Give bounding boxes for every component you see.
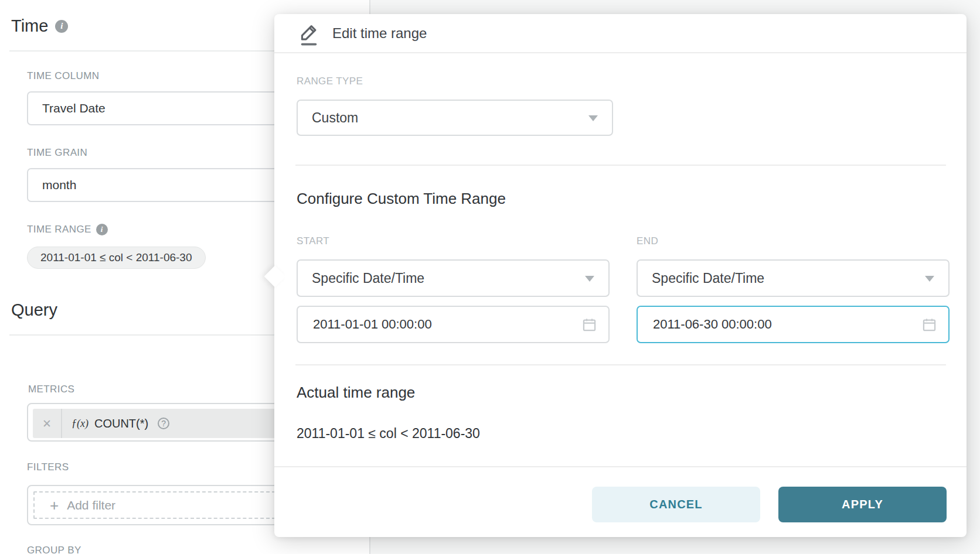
start-mode-value: Specific Date/Time — [312, 271, 424, 286]
chevron-down-icon — [588, 115, 598, 121]
end-label: END — [637, 235, 658, 247]
close-icon[interactable]: ✕ — [33, 409, 62, 438]
query-section-title-text: Query — [11, 300, 57, 320]
explore-page: Time i TIME COLUMN Travel Date TIME GRAI… — [0, 0, 980, 554]
divider — [295, 364, 946, 365]
group-by-label: GROUP BY — [27, 545, 81, 554]
chevron-down-icon — [585, 276, 594, 282]
start-mode-select[interactable]: Specific Date/Time — [297, 259, 610, 297]
add-filter-text: Add filter — [67, 498, 115, 512]
configure-custom-title: Configure Custom Time Range — [297, 190, 506, 208]
metrics-label: METRICS — [28, 384, 74, 395]
metric-chip-label: COUNT(*) — [94, 417, 148, 430]
time-section-title: Time i — [11, 16, 68, 36]
actual-time-range-title: Actual time range — [297, 384, 415, 402]
divider — [274, 466, 967, 467]
time-section-title-text: Time — [11, 16, 48, 36]
start-datetime-input[interactable] — [297, 306, 610, 343]
time-range-label-text: TIME RANGE — [27, 224, 91, 235]
time-range-pill-text: 2011-01-01 ≤ col < 2011-06-30 — [40, 251, 192, 264]
divider — [295, 165, 946, 166]
filters-label: FILTERS — [27, 461, 69, 473]
cancel-button[interactable]: CANCEL — [592, 487, 760, 522]
end-mode-select[interactable]: Specific Date/Time — [637, 259, 950, 297]
range-type-value: Custom — [312, 110, 358, 126]
calendar-icon[interactable] — [921, 317, 955, 335]
question-icon[interactable]: ? — [158, 418, 169, 429]
end-datetime-input[interactable] — [637, 306, 950, 343]
time-range-pill[interactable]: 2011-01-01 ≤ col < 2011-06-30 — [27, 247, 206, 269]
chevron-down-icon — [925, 276, 934, 282]
time-range-label: TIME RANGE i — [27, 224, 108, 235]
edit-pencil-icon — [298, 21, 320, 49]
end-mode-value: Specific Date/Time — [652, 271, 764, 286]
time-column-label: TIME COLUMN — [27, 70, 99, 82]
range-type-select[interactable]: Custom — [297, 100, 613, 136]
time-grain-label: TIME GRAIN — [27, 147, 87, 159]
apply-button[interactable]: APPLY — [778, 487, 947, 522]
popover-arrow — [264, 266, 286, 288]
info-icon[interactable]: i — [55, 20, 68, 33]
edit-time-range-popover: Edit time range RANGE TYPE Custom Config… — [274, 14, 967, 537]
range-type-label: RANGE TYPE — [297, 76, 363, 87]
divider — [274, 52, 967, 53]
time-grain-value: month — [42, 178, 76, 192]
info-icon[interactable]: i — [96, 224, 108, 235]
actual-time-range-value: 2011-01-01 ≤ col < 2011-06-30 — [297, 426, 480, 442]
start-label: START — [297, 235, 329, 247]
time-column-value: Travel Date — [42, 101, 106, 115]
query-section-title: Query — [11, 300, 57, 320]
plus-icon: + — [50, 498, 59, 513]
popover-title: Edit time range — [332, 14, 427, 53]
function-icon: ƒ(x) — [72, 418, 89, 430]
